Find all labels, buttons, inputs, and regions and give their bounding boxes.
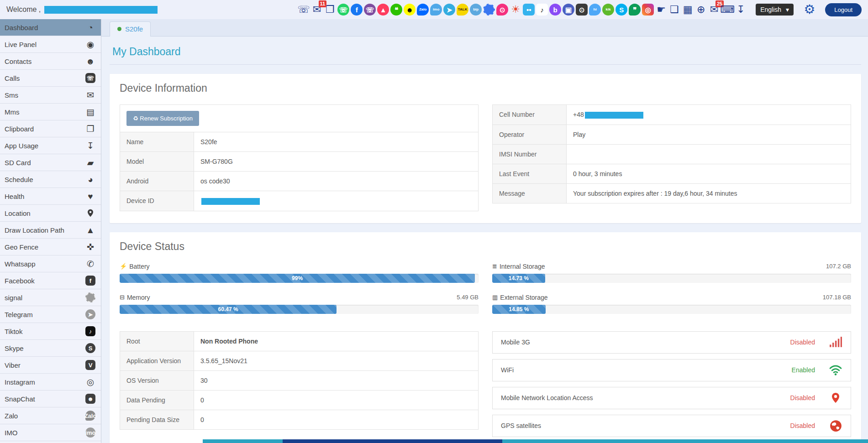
private-chat-icon[interactable]: ⊙ xyxy=(576,4,588,16)
workplace-icon[interactable]: ▣ xyxy=(563,4,574,16)
sidebar-item-telegram[interactable]: Telegram ➤ xyxy=(0,306,101,323)
meter-label: Memory xyxy=(127,294,150,301)
health-icon: ♥ xyxy=(85,191,95,201)
viber-icon: V xyxy=(85,360,95,370)
sidebar-item-draw-location-path[interactable]: Draw Location Path ▲ xyxy=(0,222,101,239)
kakaotalk-icon[interactable]: TALK xyxy=(457,4,468,16)
sidebar-item-app-usage[interactable]: App Usage ↧ xyxy=(0,137,101,154)
snapchat-icon[interactable]: ☻ xyxy=(404,4,416,16)
meter-icon: ▥ xyxy=(492,294,498,301)
sidebar-item-imo[interactable]: IMO imo xyxy=(0,424,101,441)
bip-icon[interactable]: bip xyxy=(470,4,482,16)
status-label: GPS satellites xyxy=(501,422,790,429)
sidebar-item-health[interactable]: Health ♥ xyxy=(0,188,101,205)
redacted-value xyxy=(585,112,643,119)
table-row: IMSI Number xyxy=(493,144,851,164)
sidebar-item-label: SD Card xyxy=(5,159,85,167)
download-icon[interactable]: ↧ xyxy=(735,4,747,16)
meter: ▥ External Storage 107.18 GB 14.85 % xyxy=(492,294,851,314)
sidebar-item-label: Geo Fence xyxy=(5,243,85,251)
sidebar-item-whatsapp[interactable]: Whatsapp ✆ xyxy=(0,255,101,272)
sidebar-item-live-panel[interactable]: Live Panel ◉ xyxy=(0,36,101,53)
sidebar-item-viber[interactable]: Viber V xyxy=(0,357,101,374)
signal-icon[interactable] xyxy=(483,4,495,16)
keylogger-icon[interactable]: ⌨ xyxy=(721,4,733,16)
device-detail-left: Root Non Rooted Phone Application Versio… xyxy=(120,331,479,443)
meters-left: ⚡ Battery 99% ⊟ Memory 5.49 GB 60.47 % xyxy=(120,263,479,325)
mms-icon: ▤ xyxy=(85,107,95,117)
device-detail-table: Root Non Rooted Phone Application Versio… xyxy=(120,331,479,430)
app-usage-icon[interactable]: ☛ xyxy=(655,4,667,16)
device-info-table-right: Cell Number +48 Operator Play IMSI Numbe… xyxy=(492,104,851,203)
sun-icon[interactable]: ☀ xyxy=(510,4,521,16)
sidebar-item-signal[interactable]: signal xyxy=(0,289,101,306)
sidebar-item-geo-fence[interactable]: Geo Fence ✜ xyxy=(0,239,101,255)
row-label: Operator xyxy=(493,125,567,144)
sidebar-item-zalo[interactable]: Zalo Zalo xyxy=(0,407,101,424)
hangouts-icon[interactable]: ❞ xyxy=(629,4,641,16)
sidebar-item-sms[interactable]: Sms ✉ xyxy=(0,87,101,104)
sidebar-item-calls[interactable]: Calls ☏ xyxy=(0,70,101,87)
call-recording-icon[interactable]: ☏ xyxy=(298,4,310,16)
welcome-name-redacted xyxy=(44,6,158,14)
sidebar-item-tiktok[interactable]: Tiktok ♪ xyxy=(0,323,101,340)
language-select[interactable]: English ▾ xyxy=(756,4,794,16)
sidebar-item-dashboard[interactable]: Dashboard ◔ xyxy=(0,19,101,36)
sidebar-item-contacts[interactable]: Contacts ☻ xyxy=(0,53,101,70)
sidebar-item-sd-card[interactable]: SD Card ▰ xyxy=(0,154,101,171)
row-value xyxy=(194,191,479,211)
photos-icon[interactable]: ▦ xyxy=(682,4,694,16)
tiktok-icon[interactable]: ♪ xyxy=(536,4,548,16)
sidebar-item-instagram[interactable]: Instagram ◎ xyxy=(0,374,101,391)
email-icon[interactable]: ✉25 xyxy=(708,4,720,16)
sidebar-item-label: Sms xyxy=(5,91,85,99)
meter-label: External Storage xyxy=(500,294,547,301)
meter-total: 107.18 GB xyxy=(823,294,851,301)
table-row: Device ID xyxy=(120,191,479,211)
imo-icon[interactable]: imo xyxy=(430,4,442,16)
zalo-icon[interactable]: Zalo xyxy=(417,4,429,16)
horizontal-scrollbar[interactable] xyxy=(203,439,868,443)
file-manager-icon[interactable]: ❏ xyxy=(668,4,680,16)
sidebar-item-mms[interactable]: Mms ▤ xyxy=(0,104,101,120)
sidebar-item-snapchat[interactable]: SnapChat ☻ xyxy=(0,391,101,407)
facebook-icon: f xyxy=(85,276,95,286)
facebook-icon[interactable]: f xyxy=(351,4,363,16)
sidebar-item-clipboard[interactable]: Clipboard ❐ xyxy=(0,120,101,137)
table-row: Last Event 0 hour, 3 minutes xyxy=(493,164,851,183)
imo-icon: imo xyxy=(85,427,95,438)
two-dot-messenger-icon[interactable]: •• xyxy=(523,4,535,16)
sidebar-item-skype[interactable]: Skype S xyxy=(0,340,101,357)
hike-icon[interactable]: hi xyxy=(589,4,601,16)
status-row: Mobile 3G Disabled xyxy=(492,331,851,354)
skype-icon[interactable]: S xyxy=(615,4,627,16)
sidebar-item-label: Contacts xyxy=(5,57,85,65)
web-history-icon[interactable]: ⊕ xyxy=(695,4,707,16)
botim-icon[interactable]: b xyxy=(549,4,561,16)
sidebar-item-schedule[interactable]: Schedule ◕ xyxy=(0,171,101,188)
progress-fill: 60.47 % xyxy=(120,305,337,314)
kik-icon[interactable]: kik xyxy=(602,4,614,16)
sidebar-item-location[interactable]: Location xyxy=(0,205,101,222)
scrollbar-thumb[interactable] xyxy=(283,439,502,443)
gear-icon[interactable]: ⚙ xyxy=(804,3,815,16)
wifi-icon xyxy=(829,363,842,377)
viber-icon[interactable]: ☏ xyxy=(364,4,376,16)
instagram-icon[interactable]: ◎ xyxy=(642,4,654,16)
signal-bars-icon xyxy=(829,336,842,348)
whatsapp-icon[interactable]: ☏ xyxy=(337,4,349,16)
row-value: 0 xyxy=(194,390,479,410)
row-label: Data Pending xyxy=(120,390,194,410)
renew-subscription-button[interactable]: ♻ Renew Subscription xyxy=(126,111,199,126)
device-tab[interactable]: S20fe xyxy=(110,21,151,36)
clipboard-icon[interactable]: ❐ xyxy=(324,4,336,16)
wechat-icon[interactable]: ❝ xyxy=(390,4,402,16)
sms-icon[interactable]: ✉11 xyxy=(311,4,323,16)
logout-button[interactable]: Logout xyxy=(825,3,862,16)
row-label: Last Event xyxy=(493,164,567,183)
tinder-icon[interactable]: ▲ xyxy=(377,4,389,16)
sidebar-item-facebook[interactable]: Facebook f xyxy=(0,272,101,289)
video-chat-icon[interactable]: ⊙ xyxy=(496,4,508,16)
row-label: Device ID xyxy=(120,191,194,211)
telegram-icon[interactable]: ➤ xyxy=(443,4,455,16)
